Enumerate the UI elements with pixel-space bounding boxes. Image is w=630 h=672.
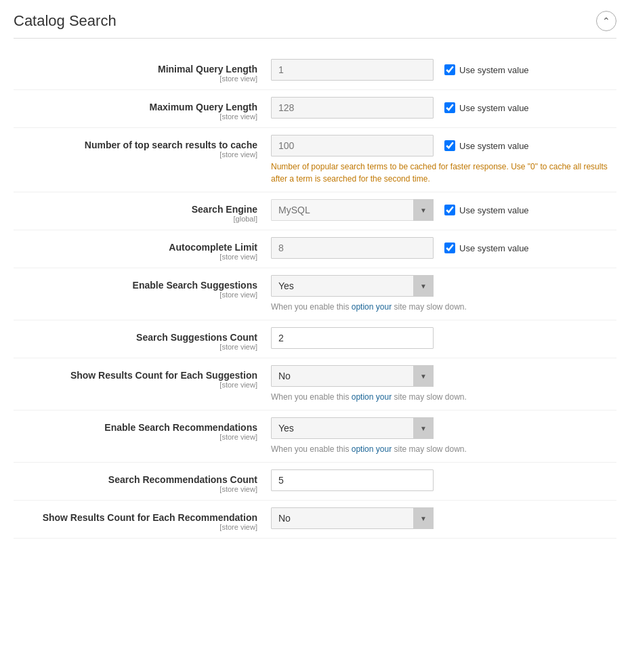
field-row-maximum-query-length: Maximum Query Length[store view]Use syst… xyxy=(14,90,616,128)
hint-enable-search-suggestions: When you enable this option your site ma… xyxy=(271,301,610,313)
input-row-minimal-query-length: Use system value xyxy=(271,59,616,81)
label-cell-autocomplete-limit: Autocomplete Limit[store view] xyxy=(14,237,271,261)
field-scope-autocomplete-limit: [store view] xyxy=(14,253,257,261)
field-scope-show-results-count-suggestion: [store view] xyxy=(14,381,257,389)
label-cell-enable-search-recommendations: Enable Search Recommendations[store view… xyxy=(14,417,271,441)
control-cell-minimal-query-length: Use system value xyxy=(271,59,616,81)
field-label-autocomplete-limit: Autocomplete Limit xyxy=(14,242,257,253)
select-show-results-count-suggestion[interactable]: YesNo xyxy=(271,365,434,387)
use-system-value-search-engine: Use system value xyxy=(444,205,529,215)
fields-container: Minimal Query Length[store view]Use syst… xyxy=(14,52,616,539)
label-cell-show-results-count-recommendation: Show Results Count for Each Recommendati… xyxy=(14,507,271,531)
label-cell-show-results-count-suggestion: Show Results Count for Each Suggestion[s… xyxy=(14,365,271,389)
field-row-enable-search-suggestions: Enable Search Suggestions[store view]Yes… xyxy=(14,268,616,320)
input-row-search-engine: MySQLElasticsearchElasticsearch 5+Elasti… xyxy=(271,199,616,221)
field-label-enable-search-recommendations: Enable Search Recommendations xyxy=(14,422,257,433)
control-cell-enable-search-suggestions: YesNo▼When you enable this option your s… xyxy=(271,275,616,313)
field-scope-maximum-query-length: [store view] xyxy=(14,112,257,121)
control-cell-search-suggestions-count xyxy=(271,327,616,349)
field-label-minimal-query-length: Minimal Query Length xyxy=(14,64,257,75)
field-scope-show-results-count-recommendation: [store view] xyxy=(14,523,257,531)
use-system-value-label-minimal-query-length: Use system value xyxy=(459,65,529,75)
field-label-search-engine: Search Engine xyxy=(14,204,257,215)
use-system-value-top-search-results-cache: Use system value xyxy=(444,140,529,151)
select-search-engine: MySQLElasticsearchElasticsearch 5+Elasti… xyxy=(271,199,434,221)
hint-enable-search-recommendations: When you enable this option your site ma… xyxy=(271,443,610,455)
label-cell-enable-search-suggestions: Enable Search Suggestions[store view] xyxy=(14,275,271,299)
input-row-search-recommendations-count xyxy=(271,469,616,491)
hint-top-search-results-cache: Number of popular search terms to be cac… xyxy=(271,161,610,185)
field-row-minimal-query-length: Minimal Query Length[store view]Use syst… xyxy=(14,52,616,90)
select-wrapper-enable-search-recommendations: YesNo▼ xyxy=(271,417,434,439)
label-cell-minimal-query-length: Minimal Query Length[store view] xyxy=(14,59,271,83)
field-label-top-search-results-cache: Number of top search results to cache xyxy=(14,140,257,150)
text-input-search-suggestions-count[interactable] xyxy=(271,327,434,349)
select-wrapper-show-results-count-suggestion: YesNo▼ xyxy=(271,365,434,387)
field-row-show-results-count-recommendation: Show Results Count for Each Recommendati… xyxy=(14,501,616,539)
field-scope-minimal-query-length: [store view] xyxy=(14,75,257,83)
field-row-search-recommendations-count: Search Recommendations Count[store view] xyxy=(14,463,616,501)
field-scope-top-search-results-cache: [store view] xyxy=(14,150,257,159)
field-label-enable-search-suggestions: Enable Search Suggestions xyxy=(14,280,257,291)
field-scope-enable-search-suggestions: [store view] xyxy=(14,291,257,299)
text-input-maximum-query-length xyxy=(271,97,434,119)
select-wrapper-search-engine: MySQLElasticsearchElasticsearch 5+Elasti… xyxy=(271,199,434,221)
use-system-value-checkbox-maximum-query-length[interactable] xyxy=(444,102,455,113)
label-cell-search-recommendations-count: Search Recommendations Count[store view] xyxy=(14,469,271,493)
use-system-value-label-search-engine: Use system value xyxy=(459,205,529,215)
field-row-show-results-count-suggestion: Show Results Count for Each Suggestion[s… xyxy=(14,358,616,411)
field-row-top-search-results-cache: Number of top search results to cache[st… xyxy=(14,128,616,192)
use-system-value-maximum-query-length: Use system value xyxy=(444,102,529,113)
field-scope-search-suggestions-count: [store view] xyxy=(14,343,257,351)
use-system-value-checkbox-minimal-query-length[interactable] xyxy=(444,64,455,75)
use-system-value-autocomplete-limit: Use system value xyxy=(444,243,529,253)
input-row-show-results-count-recommendation: YesNo▼ xyxy=(271,507,616,529)
field-label-search-recommendations-count: Search Recommendations Count xyxy=(14,474,257,485)
field-row-autocomplete-limit: Autocomplete Limit[store view]Use system… xyxy=(14,230,616,268)
select-wrapper-show-results-count-recommendation: YesNo▼ xyxy=(271,507,434,529)
use-system-value-label-autocomplete-limit: Use system value xyxy=(459,243,529,253)
input-row-search-suggestions-count xyxy=(271,327,616,349)
use-system-value-label-maximum-query-length: Use system value xyxy=(459,103,529,113)
field-label-maximum-query-length: Maximum Query Length xyxy=(14,102,257,112)
input-row-maximum-query-length: Use system value xyxy=(271,97,616,119)
text-input-minimal-query-length xyxy=(271,59,434,81)
select-enable-search-suggestions[interactable]: YesNo xyxy=(271,275,434,297)
input-row-enable-search-suggestions: YesNo▼ xyxy=(271,275,616,297)
field-row-enable-search-recommendations: Enable Search Recommendations[store view… xyxy=(14,411,616,463)
input-row-show-results-count-suggestion: YesNo▼ xyxy=(271,365,616,387)
control-cell-enable-search-recommendations: YesNo▼When you enable this option your s… xyxy=(271,417,616,455)
text-input-top-search-results-cache xyxy=(271,135,434,156)
field-scope-enable-search-recommendations: [store view] xyxy=(14,433,257,441)
control-cell-show-results-count-recommendation: YesNo▼ xyxy=(271,507,616,529)
control-cell-autocomplete-limit: Use system value xyxy=(271,237,616,259)
use-system-value-checkbox-autocomplete-limit[interactable] xyxy=(444,243,455,253)
field-row-search-engine: Search Engine[global]MySQLElasticsearchE… xyxy=(14,192,616,230)
label-cell-search-suggestions-count: Search Suggestions Count[store view] xyxy=(14,327,271,351)
use-system-value-minimal-query-length: Use system value xyxy=(444,64,529,75)
field-label-search-suggestions-count: Search Suggestions Count xyxy=(14,332,257,343)
use-system-value-checkbox-search-engine[interactable] xyxy=(444,205,455,215)
select-wrapper-enable-search-suggestions: YesNo▼ xyxy=(271,275,434,297)
label-cell-top-search-results-cache: Number of top search results to cache[st… xyxy=(14,135,271,159)
input-row-enable-search-recommendations: YesNo▼ xyxy=(271,417,616,439)
select-show-results-count-recommendation[interactable]: YesNo xyxy=(271,507,434,529)
collapse-button[interactable]: ⌃ xyxy=(596,11,616,31)
text-input-autocomplete-limit xyxy=(271,237,434,259)
page-container: Catalog Search ⌃ Minimal Query Length[st… xyxy=(0,0,630,672)
use-system-value-checkbox-top-search-results-cache[interactable] xyxy=(444,140,455,151)
control-cell-show-results-count-suggestion: YesNo▼When you enable this option your s… xyxy=(271,365,616,403)
control-cell-maximum-query-length: Use system value xyxy=(271,97,616,119)
select-enable-search-recommendations[interactable]: YesNo xyxy=(271,417,434,439)
hint-show-results-count-suggestion: When you enable this option your site ma… xyxy=(271,391,610,403)
field-row-search-suggestions-count: Search Suggestions Count[store view] xyxy=(14,320,616,358)
input-row-top-search-results-cache: Use system value xyxy=(271,135,616,156)
control-cell-search-engine: MySQLElasticsearchElasticsearch 5+Elasti… xyxy=(271,199,616,221)
control-cell-top-search-results-cache: Use system valueNumber of popular search… xyxy=(271,135,616,185)
text-input-search-recommendations-count[interactable] xyxy=(271,469,434,491)
label-cell-search-engine: Search Engine[global] xyxy=(14,199,271,223)
field-label-show-results-count-suggestion: Show Results Count for Each Suggestion xyxy=(14,370,257,381)
label-cell-maximum-query-length: Maximum Query Length[store view] xyxy=(14,97,271,121)
field-label-show-results-count-recommendation: Show Results Count for Each Recommendati… xyxy=(14,512,257,523)
input-row-autocomplete-limit: Use system value xyxy=(271,237,616,259)
